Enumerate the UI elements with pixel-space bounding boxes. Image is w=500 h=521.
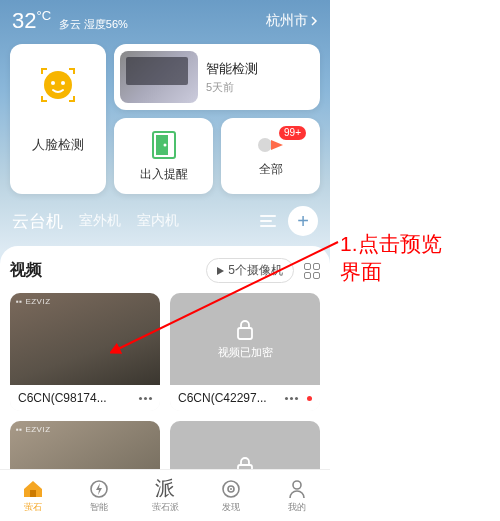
svg-rect-8 bbox=[41, 96, 43, 102]
locked-text: 视频已加密 bbox=[218, 345, 273, 360]
svg-rect-17 bbox=[30, 490, 36, 497]
tab-outdoor[interactable]: 室外机 bbox=[79, 212, 121, 230]
ezviz-logo-icon: ▪▪ EZVIZ bbox=[16, 297, 51, 306]
home-icon bbox=[22, 479, 44, 499]
weather-left: 32°C 多云 湿度56% bbox=[12, 8, 128, 34]
face-detect-card[interactable]: 人脸检测 bbox=[10, 44, 106, 194]
all-label: 全部 bbox=[259, 161, 283, 178]
temp-unit: °C bbox=[36, 8, 51, 23]
video-card-2[interactable]: 视频已加密 C6CN(C42297... bbox=[170, 293, 320, 411]
nav-label: 我的 bbox=[288, 501, 306, 514]
tab-ptz[interactable]: 云台机 bbox=[12, 210, 63, 233]
camera-count-pill[interactable]: 5个摄像机 bbox=[206, 258, 294, 283]
city-selector[interactable]: 杭州市 bbox=[266, 12, 318, 30]
svg-point-0 bbox=[44, 71, 72, 99]
bolt-icon bbox=[90, 479, 108, 499]
nav-label: 发现 bbox=[222, 501, 240, 514]
chevron-right-icon bbox=[310, 16, 318, 26]
svg-point-21 bbox=[230, 488, 232, 490]
ezviz-logo-icon: ▪▪ EZVIZ bbox=[16, 425, 51, 434]
svg-point-22 bbox=[293, 481, 301, 489]
nav-smart[interactable]: 智能 bbox=[66, 470, 132, 521]
app-screen: 32°C 多云 湿度56% 杭州市 人脸检测 智能检 bbox=[0, 0, 330, 521]
temp-value: 32 bbox=[12, 8, 36, 33]
svg-rect-15 bbox=[238, 328, 252, 339]
nav-label: 智能 bbox=[90, 501, 108, 514]
nav-home[interactable]: 萤石 bbox=[0, 470, 66, 521]
smart-time: 5天前 bbox=[206, 80, 258, 95]
section-title: 视频 bbox=[10, 260, 42, 281]
annotation-line1: 1.点击预览 bbox=[340, 230, 442, 258]
svg-point-14 bbox=[258, 138, 272, 152]
device-tabs: 云台机 室外机 室内机 + bbox=[0, 194, 330, 244]
all-card[interactable]: 99+ 全部 bbox=[221, 118, 320, 194]
door-label: 出入提醒 bbox=[140, 166, 188, 183]
video-name-1: C6CN(C98174... bbox=[18, 391, 107, 405]
svg-point-1 bbox=[51, 81, 55, 85]
video-card-1[interactable]: ▪▪ EZVIZ C6CN(C98174... bbox=[10, 293, 160, 411]
svg-rect-4 bbox=[41, 68, 43, 74]
video-thumb-1: ▪▪ EZVIZ bbox=[10, 293, 160, 385]
list-icon[interactable] bbox=[260, 215, 276, 227]
smart-title: 智能检测 bbox=[206, 60, 258, 78]
svg-rect-6 bbox=[73, 68, 75, 74]
door-alert-card[interactable]: 出入提醒 bbox=[114, 118, 213, 194]
weather-desc: 多云 湿度56% bbox=[59, 18, 128, 30]
face-label: 人脸检测 bbox=[32, 136, 84, 154]
grid-view-icon[interactable] bbox=[304, 263, 320, 279]
nav-label: 萤石 bbox=[24, 501, 42, 514]
recording-dot-icon bbox=[307, 396, 312, 401]
more-icon[interactable] bbox=[139, 397, 152, 400]
video-name-2: C6CN(C42297... bbox=[178, 391, 267, 405]
svg-rect-10 bbox=[73, 96, 75, 102]
lock-icon bbox=[235, 319, 255, 341]
nav-mine[interactable]: 我的 bbox=[264, 470, 330, 521]
nav-discover[interactable]: 发现 bbox=[198, 470, 264, 521]
nav-pai[interactable]: 派 萤石派 bbox=[132, 470, 198, 521]
category-icon bbox=[257, 135, 285, 155]
city-name: 杭州市 bbox=[266, 12, 308, 30]
nav-label: 萤石派 bbox=[152, 501, 179, 514]
feature-cards: 人脸检测 智能检测 5天前 出入提醒 bbox=[0, 38, 330, 194]
smart-detect-card[interactable]: 智能检测 5天前 bbox=[114, 44, 320, 110]
annotation-line2: 界面 bbox=[340, 258, 442, 286]
add-button[interactable]: + bbox=[288, 206, 318, 236]
face-icon bbox=[37, 64, 79, 106]
video-thumb-2: 视频已加密 bbox=[170, 293, 320, 385]
camera-count: 5个摄像机 bbox=[228, 262, 283, 279]
tab-indoor[interactable]: 室内机 bbox=[137, 212, 179, 230]
target-icon bbox=[221, 479, 241, 499]
svg-point-13 bbox=[163, 143, 166, 146]
right-cards: 智能检测 5天前 出入提醒 99+ bbox=[114, 44, 320, 194]
door-icon bbox=[151, 130, 177, 160]
svg-point-2 bbox=[61, 81, 65, 85]
pai-icon: 派 bbox=[154, 478, 176, 500]
bottom-nav: 萤石 智能 派 萤石派 发现 我的 bbox=[0, 469, 330, 521]
weather-bar: 32°C 多云 湿度56% 杭州市 bbox=[0, 0, 330, 38]
annotation-text: 1.点击预览 界面 bbox=[340, 230, 442, 287]
smart-thumbnail bbox=[120, 51, 198, 103]
play-icon bbox=[217, 267, 224, 275]
profile-icon bbox=[288, 479, 306, 499]
more-icon[interactable] bbox=[285, 397, 298, 400]
